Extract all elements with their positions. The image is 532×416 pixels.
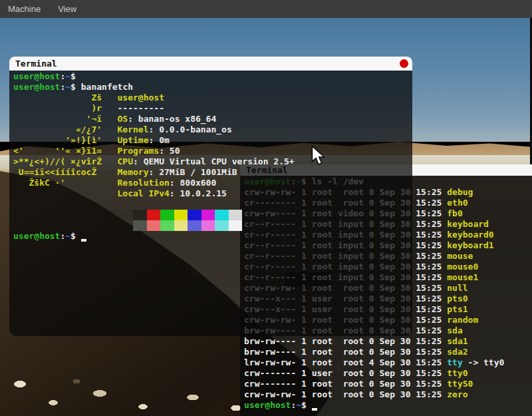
terminal-line: brw-rw---- 1 root root 0 Sep 30 15:25 sd… <box>244 336 532 347</box>
palette-swatch <box>215 220 229 231</box>
terminal-line: crw-rw-rw- 1 root root 0 Sep 30 15:25 ze… <box>244 389 532 400</box>
palette-swatch <box>188 220 201 231</box>
terminal-front-title: Terminal <box>15 59 57 69</box>
terminal-line: «/¿7' Kernel: 0.0.0-banan_os <box>13 124 412 135</box>
terminal-line: user@host:~$ <box>244 400 532 411</box>
color-palette-row <box>133 220 412 231</box>
palette-swatch <box>201 220 215 231</box>
palette-swatch <box>188 210 201 220</box>
vm-screen: Machine View Terminal user@host:~$ ls -l… <box>0 0 532 416</box>
close-button[interactable] <box>400 59 408 68</box>
terminal-line: Zš user@host <box>13 93 412 103</box>
color-palette-row <box>133 210 412 220</box>
menu-item-machine[interactable]: Machine <box>8 4 41 14</box>
palette-swatch <box>174 220 188 231</box>
terminal-line: '¬ï OS: banan-os x86_64 <box>13 114 412 124</box>
palette-swatch <box>160 210 174 220</box>
palette-swatch <box>147 220 161 231</box>
wallpaper-rocks <box>0 364 279 416</box>
terminal-line: )r --------- <box>13 103 412 114</box>
mouse-cursor-icon <box>311 146 325 168</box>
palette-swatch <box>201 210 215 220</box>
palette-swatch <box>229 210 243 220</box>
palette-swatch <box>133 220 147 231</box>
terminal-line: >**¿<+)//( ×¿vîrŽ CPU: QEMU Virtual CPU … <box>13 156 412 167</box>
terminal-line: ŽškC ·' Resolution: 800x600 <box>13 178 412 188</box>
terminal-front-output[interactable]: user@host:~$ user@host:~$ bananfetch Zš … <box>9 71 412 336</box>
terminal-line: crw------- 1 root root 0 Sep 30 15:25 tt… <box>244 379 532 389</box>
terminal-line: '»!}[ì' Uptime: 0m <box>13 135 412 146</box>
terminal-line: user@host:~$ <box>13 71 412 82</box>
terminal-front-titlebar[interactable]: Terminal <box>9 57 412 71</box>
terminal-line: U==íï<<íííîcocŽ Memory: 27MiB / 1001MiB <box>13 167 412 178</box>
terminal-line: crw------- 1 user root 0 Sep 30 15:25 tt… <box>244 368 532 379</box>
palette-swatch <box>160 220 174 231</box>
palette-swatch <box>133 210 147 220</box>
menu-item-view[interactable]: View <box>58 4 76 14</box>
terminal-line: user@host:~$ <box>13 231 412 242</box>
text-cursor <box>81 232 86 242</box>
terminal-line: lrw-rw-rw- 1 root root 4 Sep 30 15:25 tt… <box>244 357 532 368</box>
terminal-line: Local IPv4: 10.0.2.15 <box>13 188 412 199</box>
palette-swatch <box>229 220 243 231</box>
terminal-line <box>13 199 412 210</box>
palette-swatch <box>174 210 188 220</box>
terminal-window-front[interactable]: Terminal user@host:~$ user@host:~$ banan… <box>9 57 412 336</box>
terminal-line: user@host:~$ bananfetch <box>13 82 412 93</box>
palette-swatch <box>215 210 229 220</box>
palette-swatch <box>147 210 161 220</box>
terminal-line: brw-rw---- 1 root root 0 Sep 30 15:25 sd… <box>244 347 532 357</box>
terminal-line: <' ''« ×}ï1= Programs: 50 <box>13 146 412 156</box>
menu-bar: Machine View <box>0 0 532 18</box>
text-cursor <box>312 401 317 411</box>
